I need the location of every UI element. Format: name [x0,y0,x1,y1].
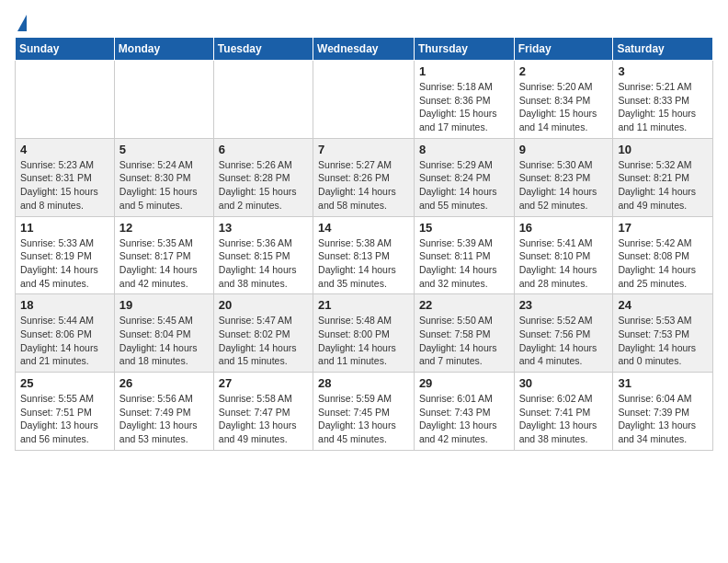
day-number: 18 [20,298,109,312]
day-info: Sunrise: 5:56 AM Sunset: 7:49 PM Dayligh… [119,392,209,446]
day-number: 26 [119,376,209,390]
day-number: 5 [119,143,209,156]
day-info: Sunrise: 5:30 AM Sunset: 8:23 PM Dayligh… [519,158,609,213]
calendar-cell: 1Sunrise: 5:18 AM Sunset: 8:36 PM Daylig… [414,61,514,139]
calendar-week-row: 25Sunrise: 5:55 AM Sunset: 7:51 PM Dayli… [16,373,713,451]
day-info: Sunrise: 5:33 AM Sunset: 8:19 PM Dayligh… [20,236,109,291]
day-info: Sunrise: 5:26 AM Sunset: 8:28 PM Dayligh… [219,158,308,213]
day-info: Sunrise: 5:58 AM Sunset: 7:47 PM Dayligh… [219,392,308,446]
calendar-cell: 15Sunrise: 5:39 AM Sunset: 8:11 PM Dayli… [414,216,514,294]
day-number: 11 [20,221,109,235]
calendar-cell: 25Sunrise: 5:55 AM Sunset: 7:51 PM Dayli… [16,373,115,451]
weekday-header-wednesday: Wednesday [313,38,415,61]
calendar-cell: 5Sunrise: 5:24 AM Sunset: 8:30 PM Daylig… [114,138,213,216]
day-number: 16 [519,221,609,235]
calendar-cell: 3Sunrise: 5:21 AM Sunset: 8:33 PM Daylig… [613,61,713,139]
day-info: Sunrise: 5:50 AM Sunset: 7:58 PM Dayligh… [419,314,509,368]
calendar-cell: 23Sunrise: 5:52 AM Sunset: 7:56 PM Dayli… [514,294,613,373]
calendar-cell: 8Sunrise: 5:29 AM Sunset: 8:24 PM Daylig… [414,138,514,216]
day-number: 4 [20,143,109,156]
weekday-header-monday: Monday [114,38,213,61]
calendar-week-row: 18Sunrise: 5:44 AM Sunset: 8:06 PM Dayli… [16,294,713,373]
weekday-header-friday: Friday [514,38,613,61]
calendar-cell: 26Sunrise: 5:56 AM Sunset: 7:49 PM Dayli… [114,373,213,451]
calendar-cell: 13Sunrise: 5:36 AM Sunset: 8:15 PM Dayli… [213,216,313,294]
calendar-cell [114,61,213,139]
calendar-week-row: 11Sunrise: 5:33 AM Sunset: 8:19 PM Dayli… [16,216,713,294]
weekday-header-sunday: Sunday [16,38,115,61]
calendar-cell [213,61,313,139]
weekday-header-row: SundayMondayTuesdayWednesdayThursdayFrid… [16,38,713,61]
day-number: 29 [419,376,509,390]
calendar-cell [16,61,115,139]
day-number: 24 [618,298,708,312]
day-info: Sunrise: 5:52 AM Sunset: 7:56 PM Dayligh… [519,314,609,368]
logo [15,15,27,29]
calendar-cell: 20Sunrise: 5:47 AM Sunset: 8:02 PM Dayli… [213,294,313,373]
day-number: 10 [618,143,708,156]
day-info: Sunrise: 5:27 AM Sunset: 8:26 PM Dayligh… [318,158,409,213]
day-number: 3 [618,64,708,78]
calendar-cell: 30Sunrise: 6:02 AM Sunset: 7:41 PM Dayli… [514,373,613,451]
day-info: Sunrise: 5:42 AM Sunset: 8:08 PM Dayligh… [618,236,708,291]
day-number: 25 [20,376,109,390]
day-info: Sunrise: 5:38 AM Sunset: 8:13 PM Dayligh… [318,236,409,291]
day-info: Sunrise: 5:48 AM Sunset: 8:00 PM Dayligh… [318,314,409,368]
day-number: 6 [219,143,308,156]
calendar-cell: 24Sunrise: 5:53 AM Sunset: 7:53 PM Dayli… [613,294,713,373]
day-info: Sunrise: 5:35 AM Sunset: 8:17 PM Dayligh… [119,236,209,291]
logo-triangle-icon [17,15,27,31]
day-info: Sunrise: 5:29 AM Sunset: 8:24 PM Dayligh… [419,158,509,213]
calendar-cell: 22Sunrise: 5:50 AM Sunset: 7:58 PM Dayli… [414,294,514,373]
calendar-cell: 28Sunrise: 5:59 AM Sunset: 7:45 PM Dayli… [313,373,415,451]
day-info: Sunrise: 5:21 AM Sunset: 8:33 PM Dayligh… [618,80,708,134]
day-info: Sunrise: 5:55 AM Sunset: 7:51 PM Dayligh… [20,392,109,446]
calendar-cell: 18Sunrise: 5:44 AM Sunset: 8:06 PM Dayli… [16,294,115,373]
calendar-cell: 17Sunrise: 5:42 AM Sunset: 8:08 PM Dayli… [613,216,713,294]
day-info: Sunrise: 5:23 AM Sunset: 8:31 PM Dayligh… [20,158,109,213]
day-number: 1 [419,64,509,78]
calendar-cell: 12Sunrise: 5:35 AM Sunset: 8:17 PM Dayli… [114,216,213,294]
calendar-cell: 10Sunrise: 5:32 AM Sunset: 8:21 PM Dayli… [613,138,713,216]
day-number: 9 [519,143,609,156]
calendar-cell [313,61,415,139]
day-number: 14 [318,221,409,235]
day-number: 23 [519,298,609,312]
calendar-cell: 2Sunrise: 5:20 AM Sunset: 8:34 PM Daylig… [514,61,613,139]
calendar-week-row: 1Sunrise: 5:18 AM Sunset: 8:36 PM Daylig… [16,61,713,139]
day-number: 27 [219,376,308,390]
calendar-cell: 31Sunrise: 6:04 AM Sunset: 7:39 PM Dayli… [613,373,713,451]
calendar-week-row: 4Sunrise: 5:23 AM Sunset: 8:31 PM Daylig… [16,138,713,216]
calendar-cell: 9Sunrise: 5:30 AM Sunset: 8:23 PM Daylig… [514,138,613,216]
day-info: Sunrise: 5:44 AM Sunset: 8:06 PM Dayligh… [20,314,109,368]
day-number: 8 [419,143,509,156]
day-info: Sunrise: 5:39 AM Sunset: 8:11 PM Dayligh… [419,236,509,291]
day-number: 31 [618,376,708,390]
weekday-header-saturday: Saturday [613,38,713,61]
day-info: Sunrise: 5:18 AM Sunset: 8:36 PM Dayligh… [419,80,509,134]
day-number: 19 [119,298,209,312]
day-number: 12 [119,221,209,235]
calendar-cell: 29Sunrise: 6:01 AM Sunset: 7:43 PM Dayli… [414,373,514,451]
day-info: Sunrise: 5:20 AM Sunset: 8:34 PM Dayligh… [519,80,609,134]
day-info: Sunrise: 5:41 AM Sunset: 8:10 PM Dayligh… [519,236,609,291]
calendar-cell: 6Sunrise: 5:26 AM Sunset: 8:28 PM Daylig… [213,138,313,216]
calendar-cell: 16Sunrise: 5:41 AM Sunset: 8:10 PM Dayli… [514,216,613,294]
day-number: 7 [318,143,409,156]
calendar-cell: 27Sunrise: 5:58 AM Sunset: 7:47 PM Dayli… [213,373,313,451]
day-info: Sunrise: 5:24 AM Sunset: 8:30 PM Dayligh… [119,158,209,213]
day-info: Sunrise: 6:01 AM Sunset: 7:43 PM Dayligh… [419,392,509,446]
calendar-cell: 21Sunrise: 5:48 AM Sunset: 8:00 PM Dayli… [313,294,415,373]
day-info: Sunrise: 5:47 AM Sunset: 8:02 PM Dayligh… [219,314,308,368]
day-number: 30 [519,376,609,390]
day-info: Sunrise: 6:04 AM Sunset: 7:39 PM Dayligh… [618,392,708,446]
day-number: 20 [219,298,308,312]
day-info: Sunrise: 5:59 AM Sunset: 7:45 PM Dayligh… [318,392,409,446]
calendar-cell: 11Sunrise: 5:33 AM Sunset: 8:19 PM Dayli… [16,216,115,294]
day-info: Sunrise: 5:36 AM Sunset: 8:15 PM Dayligh… [219,236,308,291]
page-header [15,15,713,29]
day-number: 22 [419,298,509,312]
day-info: Sunrise: 5:32 AM Sunset: 8:21 PM Dayligh… [618,158,708,213]
weekday-header-tuesday: Tuesday [213,38,313,61]
day-number: 15 [419,221,509,235]
